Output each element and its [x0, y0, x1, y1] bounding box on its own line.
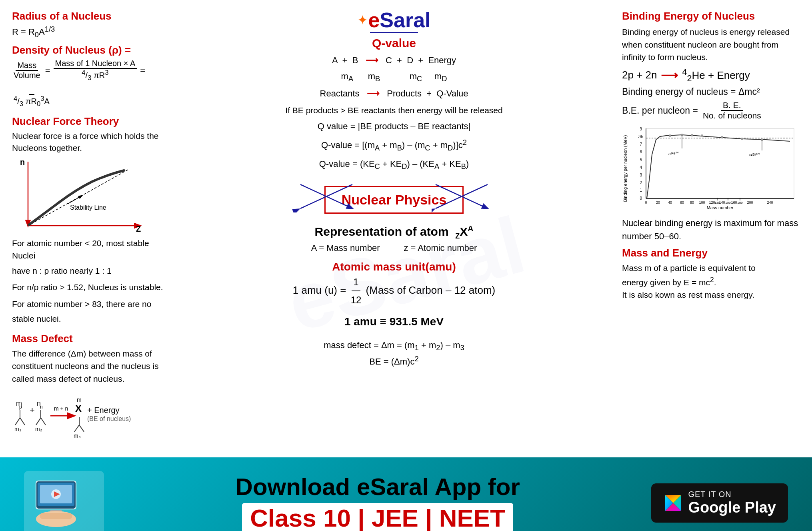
svg-text:n: n	[20, 158, 25, 166]
r0-numer	[29, 85, 34, 95]
gp-inner: GET IT ON Google Play	[663, 490, 776, 516]
svg-text:5: 5	[640, 158, 642, 162]
frac-volume: Volume	[12, 71, 42, 80]
svg-text:40: 40	[668, 200, 672, 204]
svg-text:₈₃Bi²⁰⁹: ₈₃Bi²⁰⁹	[749, 152, 760, 156]
svg-text:180: 180	[737, 201, 743, 204]
reaction-line2: mA mB mC mD	[320, 68, 468, 86]
svg-text:Stability Line: Stability Line	[70, 204, 106, 211]
logo-underline	[370, 32, 418, 33]
atomic-note3: For n/p ratio > 1.52, Nucleus is unstabl…	[12, 281, 166, 294]
atomic-note5: stable nuclei.	[12, 313, 166, 325]
svg-text:3: 3	[640, 173, 642, 177]
density-formula: Mass Volume = Mass of 1 Nucleon × A 4/3 …	[12, 59, 166, 108]
mass-defect-section: Mass Defect The difference (Δm) between …	[12, 333, 166, 448]
banner-subtitle: Class 10 | JEE | NEET	[242, 503, 513, 531]
nf-text1: Nuclear force is a force which holds the	[12, 131, 159, 140]
get-it-on: GET IT ON	[688, 490, 776, 499]
svg-point-63	[691, 134, 693, 136]
svg-text:Mass number: Mass number	[707, 205, 734, 210]
he-product: 42He + Energy	[682, 67, 750, 84]
me-text2: energy given by E = mc2.	[622, 275, 800, 289]
equals2: =	[140, 65, 145, 76]
svg-line-18	[41, 418, 46, 425]
binding-title: Binding Energy of Nucleus	[622, 10, 800, 22]
be-denom: No. of nucleons	[701, 111, 763, 120]
svg-text:7: 7	[640, 142, 642, 146]
nz-chart-svg: n Z Stabi	[12, 158, 148, 234]
svg-text:0: 0	[640, 196, 642, 200]
rep-z-label: z = Atomic number	[404, 243, 477, 253]
svg-text:Binding energy per nucleon (Me: Binding energy per nucleon (MeV)	[623, 135, 628, 202]
mass-defect-svg: m p m₁ + n n	[12, 390, 164, 446]
be-eq: BE = (Δm)c2	[369, 355, 418, 367]
banner-center: Download eSaral App for Class 10 | JEE |…	[104, 473, 651, 531]
svg-rect-35	[646, 128, 794, 198]
svg-line-17	[36, 418, 41, 425]
chart-svg: Binding energy per nucleon (MeV) 0 1 2 3…	[622, 124, 798, 212]
if-be-text: If BE products > BE reactants then energ…	[285, 106, 502, 115]
radius-title: Radius of a Nucleus	[12, 10, 166, 22]
nf-text: Nuclear force is a force which holds the…	[12, 130, 166, 154]
svg-text:m₃: m₃	[74, 433, 81, 439]
amu-formula1: 1 amu (u) = 1 12 (Mass of Carbon – 12 at…	[293, 273, 496, 309]
reaction-line3: Reactants ⟶ Products + Q-Value	[320, 86, 468, 102]
logo-container: ✦ eSaral	[357, 8, 430, 32]
md-eq1: mass defect = Δm = (m1 + m2) – m3	[324, 340, 464, 352]
qvalue-title: Q-value	[372, 36, 416, 50]
left-arrows-svg	[292, 180, 356, 212]
nuclear-physics-area: Nuclear Physics	[324, 180, 464, 218]
svg-text:m + n: m + n	[54, 405, 68, 412]
svg-text:240: 240	[767, 200, 773, 204]
me-text1: Mass m of a particle is equivalent to	[622, 262, 800, 275]
svg-point-64	[701, 134, 703, 137]
svg-text:+ Energy: + Energy	[87, 406, 120, 415]
logo-text: eSaral	[368, 8, 430, 32]
reaction-line1: A + B ⟶ C + D + Energy	[320, 52, 468, 68]
be-per-nucleon: B.E. per nucleon = B. E. No. of nucleons	[622, 100, 800, 120]
logo-e: e	[368, 8, 380, 32]
svg-line-10	[15, 418, 20, 425]
qval-reaction: A + B ⟶ C + D + Energy mA mB mC mD React…	[320, 52, 468, 102]
svg-text:p: p	[19, 404, 22, 410]
r0-denom: 4/3 πR03A	[12, 95, 51, 108]
svg-line-26	[79, 425, 84, 432]
density-title: Density of Nucleus (ρ) =	[12, 44, 166, 56]
nuclear-physics-label: Nuclear Physics	[342, 192, 447, 207]
svg-text:120: 120	[709, 200, 715, 204]
mass-defect-text2: constituent nucleons and the nucleus is	[12, 360, 166, 373]
he-reaction: 2p + 2n ⟶ 42He + Energy	[622, 67, 800, 84]
rep-labels: A = Mass number z = Atomic number	[311, 243, 477, 253]
be-formula: Binding energy of nucleus = Δmc²	[622, 86, 800, 97]
svg-point-61	[669, 134, 671, 137]
nf-section: Nuclear Force Theory Nuclear force is a …	[12, 115, 166, 325]
google-play-button[interactable]: GET IT ON Google Play	[651, 483, 788, 523]
gp-text: GET IT ON Google Play	[688, 490, 776, 516]
svg-text:200: 200	[747, 200, 753, 204]
svg-line-11	[20, 418, 25, 425]
svg-text:4: 4	[640, 165, 642, 170]
right-arrows-svg	[432, 180, 496, 212]
nz-plot: n Z Stabi	[12, 158, 148, 234]
amu-formulas: 1 amu (u) = 1 12 (Mass of Carbon – 12 at…	[293, 273, 496, 332]
q-formula2: Q-value = [(mA + mB) – (mC + mD)]c2	[178, 135, 610, 155]
svg-text:20: 20	[656, 200, 660, 204]
main-content: Radius of a Nucleus R = R0A1/3 Density o…	[0, 0, 812, 457]
amu-fraction: 1 12	[349, 273, 363, 309]
svg-text:Z: Z	[136, 224, 141, 233]
mass-defect-title: Mass Defect	[12, 333, 166, 345]
mass-defect-text1: The difference (Δm) between mass of	[12, 347, 166, 360]
mass-energy-title: Mass and Energy	[622, 247, 800, 259]
nf-text2: Nucleons together.	[12, 143, 82, 152]
q-formula1: Q value = |BE products – BE reactants|	[178, 118, 610, 135]
mass-volume-fraction: Mass Volume	[12, 61, 42, 80]
he-arrow: ⟶	[661, 68, 678, 82]
binding-energy-chart: Binding energy per nucleon (MeV) 0 1 2 3…	[622, 124, 798, 212]
mass-defect-diagram-section: m p m₁ + n n	[12, 390, 166, 447]
atomic-note2: have n : p ratio nearly 1 : 1	[12, 264, 166, 277]
svg-text:160: 160	[731, 200, 737, 204]
svg-text:80: 80	[690, 200, 694, 204]
banner-image	[24, 471, 104, 531]
svg-text:m₁: m₁	[14, 426, 22, 432]
svg-text:140: 140	[719, 200, 725, 204]
